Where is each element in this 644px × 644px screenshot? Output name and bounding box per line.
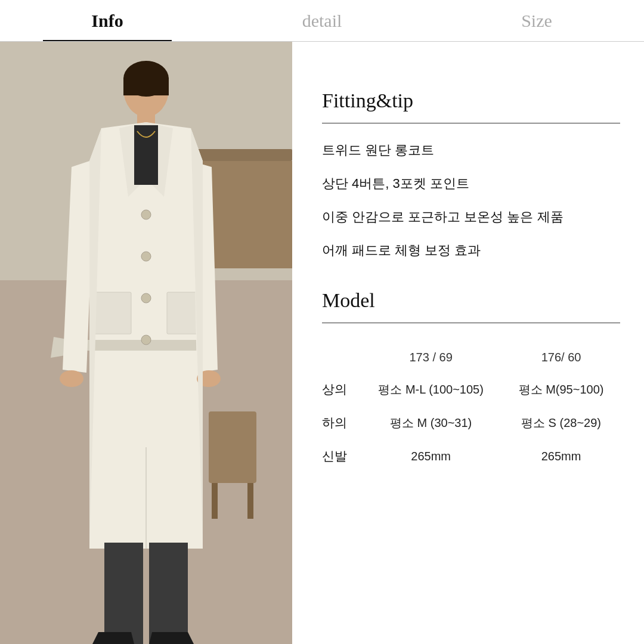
model-title: Model — [322, 289, 620, 312]
svg-rect-23 — [104, 543, 143, 644]
model-row-shoes-label: 신발 — [322, 439, 360, 473]
tab-info[interactable]: Info — [0, 0, 215, 41]
main-content: Fitting&tip 트위드 원단 롱코트 상단 4버튼, 3포켓 포인트 이… — [0, 42, 644, 644]
col-2-header: 176/ 60 — [502, 341, 620, 371]
info-panel: Fitting&tip 트위드 원단 롱코트 상단 4버튼, 3포켓 포인트 이… — [292, 42, 644, 644]
svg-rect-24 — [149, 543, 188, 644]
col-label-header — [322, 341, 360, 371]
model-table: 173 / 69 176/ 60 상의 평소 M-L (100~105) 평소 … — [322, 341, 620, 473]
svg-point-15 — [141, 252, 151, 261]
model-row-bottom: 하의 평소 M (30~31) 평소 S (28~29) — [322, 406, 620, 439]
model-row-top: 상의 평소 M-L (100~105) 평소 M(95~100) — [322, 371, 620, 406]
svg-rect-18 — [92, 292, 131, 334]
model-row-shoes: 신발 265mm 265mm — [322, 439, 620, 473]
fitting-item-3: 이중 안감으로 포근하고 보온성 높은 제품 — [322, 208, 620, 226]
tab-detail[interactable]: detail — [215, 0, 429, 41]
fitting-item-2: 상단 4버튼, 3포켓 포인트 — [322, 175, 620, 193]
svg-rect-5 — [209, 411, 256, 483]
svg-point-20 — [60, 370, 83, 387]
model-row-top-col2: 평소 M(95~100) — [502, 371, 620, 406]
model-row-top-col1: 평소 M-L (100~105) — [360, 371, 502, 406]
model-divider — [322, 323, 620, 323]
fitting-list: 트위드 원단 롱코트 상단 4버튼, 3포켓 포인트 이중 안감으로 포근하고 … — [322, 141, 620, 259]
model-row-bottom-label: 하의 — [322, 406, 360, 439]
model-row-shoes-col2: 265mm — [502, 439, 620, 473]
model-row-bottom-col2: 평소 S (28~29) — [502, 406, 620, 439]
fitting-title: Fitting&tip — [322, 89, 620, 112]
model-section: Model 173 / 69 176/ 60 상의 평소 M-L (100~10… — [322, 289, 620, 473]
fitting-item-1: 트위드 원단 롱코트 — [322, 141, 620, 159]
model-row-bottom-col1: 평소 M (30~31) — [360, 406, 502, 439]
product-image-container — [0, 42, 292, 644]
fitting-divider — [322, 123, 620, 123]
tab-size[interactable]: Size — [429, 0, 644, 41]
svg-rect-12 — [134, 125, 158, 185]
product-image-svg — [0, 42, 292, 644]
svg-point-17 — [141, 335, 151, 345]
model-row-shoes-col1: 265mm — [360, 439, 502, 473]
col-1-header: 173 / 69 — [360, 341, 502, 371]
svg-point-14 — [141, 210, 151, 219]
tab-bar: Info detail Size — [0, 0, 644, 42]
svg-rect-6 — [212, 483, 218, 519]
svg-point-16 — [141, 293, 151, 303]
model-table-header-row: 173 / 69 176/ 60 — [322, 341, 620, 371]
svg-rect-10 — [123, 78, 169, 95]
svg-rect-19 — [167, 292, 200, 334]
fitting-section: Fitting&tip 트위드 원단 롱코트 상단 4버튼, 3포켓 포인트 이… — [322, 89, 620, 259]
svg-rect-7 — [247, 483, 253, 519]
model-row-top-label: 상의 — [322, 371, 360, 406]
fitting-item-4: 어깨 패드로 체형 보정 효과 — [322, 242, 620, 259]
